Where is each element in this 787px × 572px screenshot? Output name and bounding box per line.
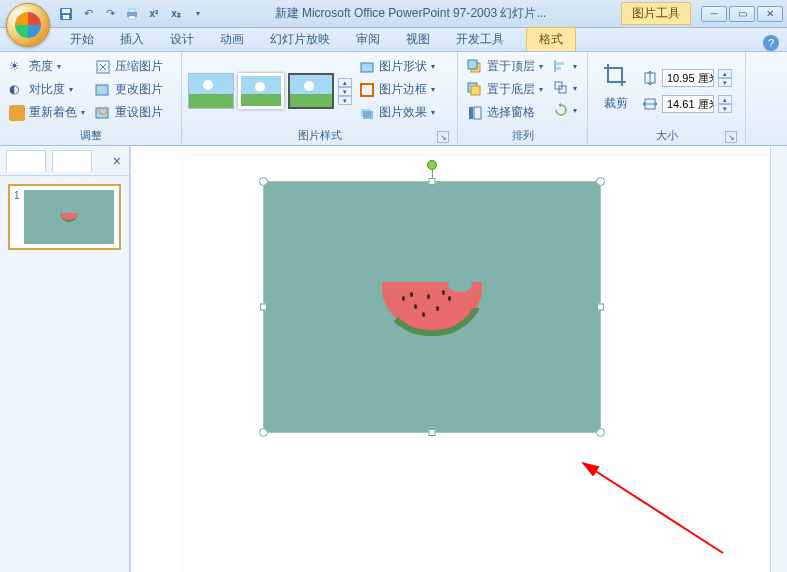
tab-home[interactable]: 开始: [58, 28, 106, 51]
handle-nw[interactable]: [259, 177, 268, 186]
svg-rect-12: [361, 84, 373, 96]
quick-access-toolbar: ↶ ↷ x² x₂ ▾: [58, 6, 206, 22]
picture-border-button[interactable]: 图片边框 ▾: [356, 79, 438, 100]
styles-launcher-icon[interactable]: ↘: [437, 131, 449, 143]
contrast-button[interactable]: ◐对比度 ▾: [6, 79, 88, 100]
height-input[interactable]: [662, 69, 714, 87]
svg-point-9: [99, 87, 102, 90]
width-icon: [642, 96, 658, 112]
tab-animation[interactable]: 动画: [208, 28, 256, 51]
subscript-icon[interactable]: x₂: [168, 6, 184, 22]
width-spinner[interactable]: ▴▾: [642, 95, 732, 113]
save-icon[interactable]: [58, 6, 74, 22]
rotate-button[interactable]: ▾: [550, 100, 580, 120]
svg-line-30: [583, 463, 723, 553]
picture-effects-button[interactable]: 图片效果 ▾: [356, 102, 438, 123]
shape-icon: [359, 59, 375, 75]
group-button[interactable]: ▾: [550, 78, 580, 98]
handle-ne[interactable]: [596, 177, 605, 186]
maximize-button[interactable]: ▭: [729, 6, 755, 22]
close-pane-icon[interactable]: ×: [113, 153, 121, 169]
close-button[interactable]: ✕: [757, 6, 783, 22]
window-controls: ─ ▭ ✕: [701, 6, 783, 22]
compress-button[interactable]: 压缩图片: [92, 56, 166, 77]
height-icon: [642, 70, 658, 86]
group-styles: ▴▾▾ 图片形状 ▾ 图片边框 ▾ 图片效果 ▾ 图片样式↘: [182, 52, 458, 145]
handle-se[interactable]: [596, 428, 605, 437]
superscript-icon[interactable]: x²: [146, 6, 162, 22]
slide[interactable]: [183, 156, 783, 572]
tab-developer[interactable]: 开发工具: [444, 28, 516, 51]
group-label-styles: 图片样式↘: [188, 126, 451, 145]
svg-rect-8: [96, 85, 108, 95]
svg-rect-11: [361, 63, 373, 72]
group-size: 裁剪 ▴▾ ▴▾ 大小↘: [588, 52, 746, 145]
tab-review[interactable]: 审阅: [344, 28, 392, 51]
tab-insert[interactable]: 插入: [108, 28, 156, 51]
svg-rect-4: [129, 9, 135, 12]
group-label-size: 大小↘: [594, 126, 739, 145]
undo-icon[interactable]: ↶: [80, 6, 96, 22]
group-arrange: 置于顶层 ▾ 置于底层 ▾ 选择窗格 ▾ ▾ ▾ 排列: [458, 52, 588, 145]
annotation-arrow: [553, 453, 733, 563]
selected-image[interactable]: [263, 181, 601, 433]
align-icon: [553, 58, 569, 74]
tab-design[interactable]: 设计: [158, 28, 206, 51]
width-stepper[interactable]: ▴▾: [718, 95, 732, 113]
reset-picture-button[interactable]: 重设图片: [92, 102, 166, 123]
tab-slideshow[interactable]: 幻灯片放映: [258, 28, 342, 51]
svg-rect-18: [471, 86, 480, 95]
handle-n[interactable]: [429, 178, 436, 185]
svg-rect-1: [62, 9, 70, 13]
slide-canvas[interactable]: [130, 146, 787, 572]
help-icon[interactable]: ?: [763, 35, 779, 51]
back-icon: [467, 82, 483, 98]
change-picture-button[interactable]: 更改图片: [92, 79, 166, 100]
send-back-button[interactable]: 置于底层 ▾: [464, 79, 546, 100]
group-icon: [553, 80, 569, 96]
style-thumb-2[interactable]: [238, 73, 284, 109]
ribbon: ☀亮度 ▾ ◐对比度 ▾ 重新着色 ▾ 压缩图片 更改图片 重设图片 调整: [0, 52, 787, 146]
redo-icon[interactable]: ↷: [102, 6, 118, 22]
tab-view[interactable]: 视图: [394, 28, 442, 51]
width-input[interactable]: [662, 95, 714, 113]
watermelon-icon: [60, 213, 78, 222]
slides-tab[interactable]: [6, 150, 46, 172]
style-thumb-3[interactable]: [288, 73, 334, 109]
minimize-button[interactable]: ─: [701, 6, 727, 22]
qat-dropdown-icon[interactable]: ▾: [190, 6, 206, 22]
slide-number: 1: [14, 190, 20, 244]
svg-rect-6: [9, 105, 25, 121]
size-launcher-icon[interactable]: ↘: [725, 131, 737, 143]
vertical-scrollbar[interactable]: [770, 146, 787, 572]
bring-front-button[interactable]: 置于顶层 ▾: [464, 56, 546, 77]
outline-tab[interactable]: [52, 150, 92, 172]
height-stepper[interactable]: ▴▾: [718, 69, 732, 87]
print-icon[interactable]: [124, 6, 140, 22]
border-icon: [359, 82, 375, 98]
tab-format[interactable]: 格式: [526, 27, 576, 51]
style-gallery[interactable]: ▴▾▾: [188, 56, 352, 126]
handle-sw[interactable]: [259, 428, 268, 437]
picture-shape-button[interactable]: 图片形状 ▾: [356, 56, 438, 77]
rotate-handle[interactable]: [427, 160, 437, 170]
align-button[interactable]: ▾: [550, 56, 580, 76]
style-thumb-1[interactable]: [188, 73, 234, 109]
crop-button[interactable]: 裁剪: [594, 56, 638, 126]
workspace: × 1: [0, 146, 787, 572]
gallery-scroll[interactable]: ▴▾▾: [338, 78, 352, 105]
selection-pane-button[interactable]: 选择窗格: [464, 102, 546, 123]
svg-rect-5: [129, 16, 135, 19]
height-spinner[interactable]: ▴▾: [642, 69, 732, 87]
handle-s[interactable]: [429, 429, 436, 436]
contextual-tab-label: 图片工具: [621, 2, 691, 25]
handle-e[interactable]: [597, 304, 604, 311]
office-button[interactable]: [6, 3, 50, 47]
handle-w[interactable]: [260, 304, 267, 311]
title-bar: ↶ ↷ x² x₂ ▾ 新建 Microsoft Office PowerPoi…: [0, 0, 787, 28]
brightness-button[interactable]: ☀亮度 ▾: [6, 56, 88, 77]
brightness-icon: ☀: [9, 59, 25, 75]
svg-rect-20: [474, 107, 481, 119]
recolor-button[interactable]: 重新着色 ▾: [6, 102, 88, 123]
slide-thumbnail-1[interactable]: 1: [8, 184, 121, 250]
